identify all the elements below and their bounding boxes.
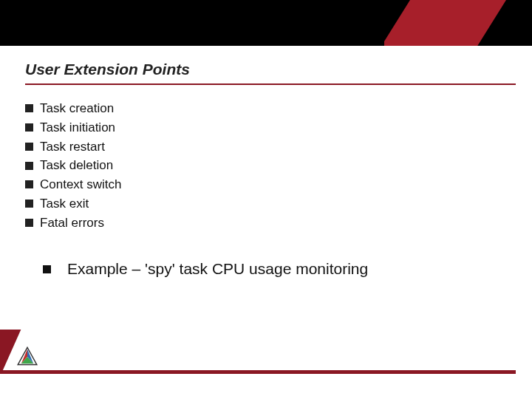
list-item: Task restart — [25, 139, 507, 155]
bullet-text: Task deletion — [40, 157, 113, 174]
bullet-text: Task creation — [40, 100, 114, 117]
header-accent — [384, 0, 532, 46]
sub-bullet-text: Example – 'spy' task CPU usage monitorin… — [67, 260, 368, 278]
list-item: Fatal errors — [25, 215, 507, 231]
square-bullet-icon — [25, 143, 33, 151]
square-bullet-icon — [25, 123, 33, 132]
list-item: Task exit — [25, 196, 507, 212]
bullet-text: Fatal errors — [40, 215, 104, 231]
bullet-text: Task exit — [40, 196, 89, 212]
sub-bullet-row: Example – 'spy' task CPU usage monitorin… — [43, 260, 368, 278]
list-item: Task creation — [25, 100, 507, 117]
title-underline — [25, 83, 516, 85]
bullet-text: Context switch — [40, 177, 122, 193]
footer-bar — [0, 370, 516, 374]
square-bullet-icon — [43, 265, 51, 273]
square-bullet-icon — [25, 200, 33, 208]
list-item: Context switch — [25, 177, 507, 193]
square-bullet-icon — [25, 162, 33, 170]
square-bullet-icon — [25, 219, 33, 227]
header-bar — [0, 0, 532, 46]
list-item: Task initiation — [25, 120, 507, 136]
bullet-text: Task restart — [40, 139, 105, 155]
bullet-text: Task initiation — [40, 120, 115, 136]
square-bullet-icon — [25, 104, 33, 112]
triangle-logo-icon — [16, 346, 38, 368]
slide-title: User Extension Points — [25, 61, 190, 78]
list-item: Task deletion — [25, 157, 507, 174]
bullet-list: Task creation Task initiation Task resta… — [25, 100, 507, 233]
square-bullet-icon — [25, 180, 33, 188]
